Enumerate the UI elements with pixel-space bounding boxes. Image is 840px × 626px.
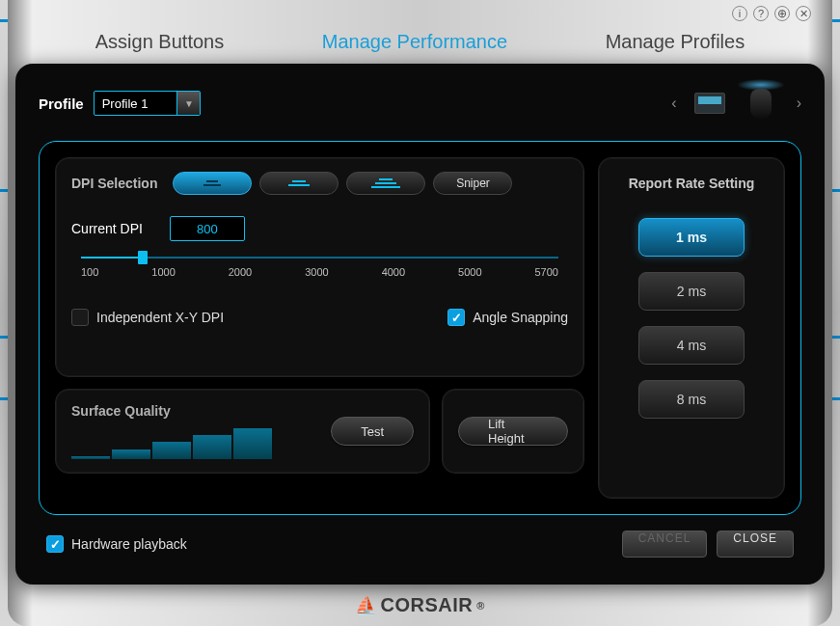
current-dpi-label: Current DPI	[71, 221, 143, 236]
brand-logo: ⛵ CORSAIR®	[355, 594, 485, 616]
rate-8ms[interactable]: 8 ms	[638, 380, 745, 419]
profile-label: Profile	[39, 95, 84, 112]
profile-row: Profile Profile 1 ▼ ‹ ›	[39, 83, 801, 123]
dpi-stage-2[interactable]	[259, 172, 339, 195]
dpi-stage-3[interactable]	[346, 172, 425, 195]
device-thumb-mouse[interactable]	[743, 83, 779, 123]
top-tabs: Assign Buttons Manage Performance Manage…	[8, 27, 832, 57]
performance-panel: Profile Profile 1 ▼ ‹ › DPI Selection	[15, 64, 825, 585]
hardware-playback-check[interactable]: ✓ Hardware playback	[46, 535, 187, 553]
profile-selected: Profile 1	[95, 96, 177, 111]
nav-prev[interactable]: ‹	[671, 95, 676, 112]
tab-manage-profiles[interactable]: Manage Profiles	[596, 27, 755, 57]
info-icon[interactable]: i	[732, 6, 747, 21]
titlebar-icons: i ? ⊕ ✕	[732, 6, 811, 21]
lift-height-button[interactable]: Lift Height	[458, 417, 568, 446]
independent-xy-check[interactable]: Independent X-Y DPI	[71, 309, 224, 326]
dpi-stage-1[interactable]	[173, 172, 252, 195]
lift-height-card: Lift Height	[442, 389, 584, 474]
close-button[interactable]: CLOSE	[717, 531, 794, 558]
surface-quality-title: Surface Quality	[71, 403, 312, 419]
dpi-slider-handle[interactable]	[138, 251, 148, 264]
hardware-playback-label: Hardware playback	[71, 536, 187, 552]
test-button[interactable]: Test	[331, 417, 414, 446]
angle-snapping-check[interactable]: ✓ Angle Snapping	[447, 309, 568, 326]
nav-next[interactable]: ›	[797, 95, 801, 112]
dpi-selection-card: DPI Selection Sniper Current DPI 800	[55, 157, 584, 377]
report-rate-card: Report Rate Setting 1 ms 2 ms 4 ms 8 ms	[598, 157, 785, 499]
globe-icon[interactable]: ⊕	[774, 6, 790, 21]
app-frame: i ? ⊕ ✕ Assign Buttons Manage Performanc…	[8, 0, 832, 626]
independent-xy-label: Independent X-Y DPI	[96, 310, 224, 325]
content-box: DPI Selection Sniper Current DPI 800	[39, 141, 801, 515]
dpi-sniper[interactable]: Sniper	[433, 172, 512, 195]
dpi-title: DPI Selection	[71, 176, 157, 191]
sail-icon: ⛵	[355, 595, 377, 616]
profile-select[interactable]: Profile 1 ▼	[94, 91, 202, 116]
device-thumb-keyboard[interactable]	[694, 93, 725, 114]
tab-assign-buttons[interactable]: Assign Buttons	[86, 27, 233, 57]
report-rate-title: Report Rate Setting	[614, 176, 769, 191]
surface-bars	[71, 428, 312, 459]
angle-snapping-label: Angle Snapping	[473, 310, 568, 325]
tab-manage-performance[interactable]: Manage Performance	[312, 27, 517, 57]
help-icon[interactable]: ?	[753, 6, 769, 21]
checkbox-icon	[71, 309, 89, 326]
checkbox-checked-icon: ✓	[46, 535, 64, 553]
surface-quality-card: Surface Quality Test	[55, 389, 430, 474]
dpi-slider[interactable]: 100100020003000400050005700	[81, 257, 558, 278]
dpi-ticks: 100100020003000400050005700	[81, 266, 558, 278]
checkbox-checked-icon: ✓	[447, 309, 465, 326]
rate-4ms[interactable]: 4 ms	[638, 326, 745, 365]
rate-1ms[interactable]: 1 ms	[638, 218, 745, 257]
current-dpi-value[interactable]: 800	[170, 216, 245, 241]
footer-row: ✓ Hardware playback CANCEL CLOSE	[39, 531, 801, 558]
rate-2ms[interactable]: 2 ms	[638, 272, 745, 311]
close-icon[interactable]: ✕	[796, 6, 811, 21]
cancel-button[interactable]: CANCEL	[622, 531, 708, 558]
chevron-down-icon: ▼	[176, 92, 200, 115]
